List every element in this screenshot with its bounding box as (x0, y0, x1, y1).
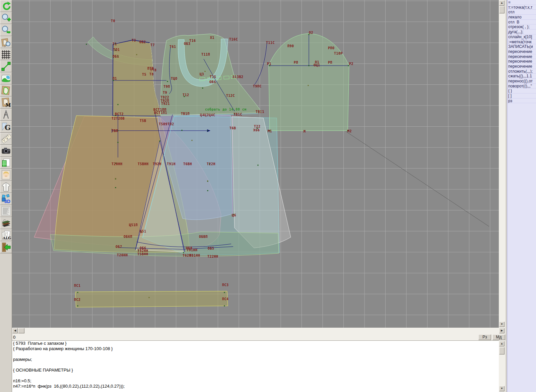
command-sidebar[interactable]: =т:=точка(т.х,тотллекалоотл_Вотрезок( , … (507, 0, 536, 392)
editor-line: { Разработано на размер женщины 170-100-… (12, 346, 499, 351)
command-item[interactable]: сплайн_к[10] (507, 35, 536, 40)
zoom-area-button[interactable] (0, 36, 12, 48)
ruler-button[interactable]: 78 (0, 133, 12, 145)
segment-button[interactable] (0, 60, 12, 72)
table-button[interactable] (0, 157, 12, 169)
point-label: Т11С (266, 41, 275, 45)
waistband-piece[interactable] (75, 291, 228, 307)
command-item[interactable]: т:=точка(т.х,т (507, 5, 536, 10)
sleeve-piece[interactable] (269, 34, 349, 131)
editor-vscroll-thumb[interactable] (499, 347, 505, 354)
library-button[interactable] (0, 217, 12, 229)
pattern-point[interactable] (205, 71, 206, 72)
view-3d-button[interactable]: 3D (0, 193, 12, 205)
garment-button[interactable] (0, 181, 12, 193)
pattern-point[interactable] (192, 140, 193, 141)
command-item[interactable]: дуга(,,,); (507, 29, 536, 35)
pattern-point[interactable] (202, 88, 203, 89)
pattern-point[interactable] (207, 190, 208, 191)
command-item[interactable]: отложить(,,,); (507, 69, 536, 74)
grading-g-button[interactable]: G (0, 121, 12, 133)
pattern-point[interactable] (159, 141, 160, 142)
camera-button[interactable] (0, 145, 12, 157)
pattern-point[interactable] (115, 187, 116, 188)
canvas-hscrollbar[interactable]: ◀ ▶ (12, 328, 506, 334)
point-label: Т91НН (187, 248, 198, 252)
pattern-point[interactable] (182, 130, 183, 131)
command-item[interactable]: :=метка(точк (507, 40, 536, 45)
command-item[interactable]: { } (507, 88, 536, 93)
compass-button[interactable]: W (0, 109, 12, 121)
rz-button[interactable]: Рз (478, 334, 491, 340)
pattern-piece-button[interactable] (0, 84, 12, 96)
pattern-point[interactable] (77, 306, 78, 307)
scroll-down-icon[interactable]: ▼ (499, 322, 505, 327)
pattern-point[interactable] (86, 44, 87, 45)
hscroll-thumb[interactable] (18, 328, 24, 333)
command-item[interactable]: ЗАПИСАТЬ(и (507, 44, 536, 49)
pattern-point[interactable] (309, 65, 310, 66)
point-label: Т91Н (167, 162, 176, 166)
md-button[interactable]: Мд (492, 334, 505, 340)
editor-scroll-up-icon[interactable]: ▲ (499, 341, 505, 346)
exit-button[interactable] (0, 241, 12, 253)
command-item[interactable]: пересечение (507, 54, 536, 59)
pattern-point[interactable] (115, 178, 116, 179)
pattern-point[interactable] (118, 104, 119, 105)
command-item[interactable]: рз_ (507, 99, 536, 104)
scroll-right-icon[interactable]: ▶ (499, 328, 505, 333)
command-item[interactable]: отл (507, 10, 536, 15)
editor-vscrollbar[interactable]: ▲ ▼ (499, 340, 506, 392)
command-item[interactable]: перенос((),от (507, 79, 536, 84)
editor-line: { 5793 Платье с запахом } (12, 341, 499, 346)
grid-button[interactable] (0, 48, 12, 60)
algorithm-editor[interactable]: { 5793 Платье с запахом }{ Разработано н… (12, 340, 499, 392)
pattern-point[interactable] (118, 142, 119, 143)
command-item[interactable]: = (507, 0, 536, 5)
pattern-point[interactable] (136, 54, 137, 55)
preview-button[interactable] (0, 72, 12, 84)
command-item[interactable]: отрезок( , ); (507, 24, 536, 29)
editor-scroll-down-icon[interactable]: ▼ (499, 386, 505, 391)
pattern-point[interactable] (77, 292, 78, 293)
pattern-point[interactable] (183, 252, 184, 253)
command-item[interactable]: [ ] (507, 93, 536, 99)
command-item[interactable]: сжать((),,,1.1 (507, 74, 536, 79)
point-label: ОБ7 (116, 245, 122, 249)
model-photo-button[interactable] (0, 169, 12, 181)
m-document-button[interactable]: M (0, 96, 12, 109)
command-item[interactable]: пересечение (507, 64, 536, 69)
scroll-up-icon[interactable]: ▲ (499, 0, 505, 6)
text-list-button[interactable] (0, 205, 12, 217)
pattern-point[interactable] (258, 165, 259, 166)
drawing-canvas[interactable]: Т0Т1ТО1ОБ1Т3ОБ2Т7Т61ОБ3Т16Х1Т16СТ11СТ11П… (12, 0, 499, 328)
pattern-point[interactable] (308, 85, 309, 86)
pattern-point[interactable] (149, 297, 150, 298)
point-label: Т5 (142, 73, 146, 76)
command-item[interactable]: отл_В (507, 20, 536, 25)
pattern-point[interactable] (224, 306, 225, 307)
algorithm-button[interactable]: ALG (0, 229, 12, 241)
pattern-point[interactable] (167, 81, 168, 82)
scroll-left-icon[interactable]: ◀ (12, 328, 18, 333)
canvas-vscrollbar[interactable]: ▲ ▼ (499, 0, 506, 328)
command-item[interactable]: лекало (507, 15, 536, 20)
point-label: ОБ2 (139, 40, 146, 44)
undo-icon (1, 1, 11, 11)
command-item[interactable]: поворот((),,," (507, 84, 536, 89)
status-bar: 0 Рз Мд (12, 334, 506, 340)
point-label: Т10Р (334, 52, 343, 55)
command-item[interactable]: пересечение (507, 49, 536, 54)
zoom-out-button[interactable] (0, 24, 12, 36)
garment-icon (1, 182, 11, 192)
pattern-point[interactable] (207, 181, 208, 182)
left-toolbar: M W G 78 3D ALG (0, 0, 12, 392)
pattern-piece-icon (1, 85, 11, 95)
pattern-point[interactable] (207, 130, 208, 131)
command-item[interactable]: пересечение (507, 59, 536, 64)
undo-button[interactable] (0, 0, 12, 12)
zoom-in-button[interactable] (0, 12, 12, 24)
editor-line (12, 362, 499, 368)
vscroll-thumb[interactable] (499, 6, 505, 13)
pattern-point[interactable] (224, 292, 225, 293)
